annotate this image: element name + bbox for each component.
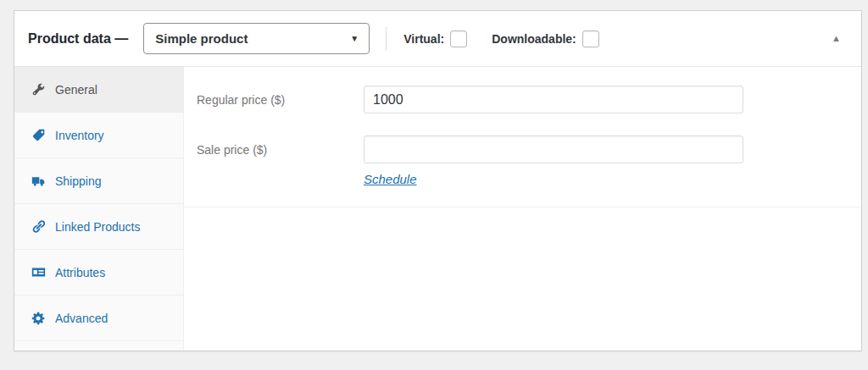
tab-attributes[interactable]: Attributes <box>14 250 183 295</box>
metabox-title: Product data — <box>28 31 128 47</box>
tab-linked-products[interactable]: Linked Products <box>14 204 183 250</box>
sale-price-input[interactable] <box>364 135 743 163</box>
header-divider <box>386 27 387 51</box>
downloadable-checkbox[interactable] <box>582 30 599 47</box>
product-data-metabox: Product data — Simple product ▼ Virtual:… <box>14 10 862 351</box>
tab-inventory-label: Inventory <box>55 129 104 142</box>
regular-price-input[interactable] <box>364 86 743 113</box>
metabox-header: Product data — Simple product ▼ Virtual:… <box>14 11 861 67</box>
list-card-icon <box>31 265 46 279</box>
tab-linked-products-label: Linked Products <box>55 220 140 234</box>
wrench-icon <box>31 82 46 97</box>
schedule-row: Schedule <box>364 172 861 187</box>
collapse-panel-button[interactable]: ▲ <box>823 30 849 47</box>
regular-price-row: Regular price ($) <box>184 86 861 113</box>
tab-advanced[interactable]: Advanced <box>14 295 183 341</box>
tab-shipping[interactable]: Shipping <box>14 158 183 204</box>
tab-advanced-label: Advanced <box>55 312 108 325</box>
schedule-link[interactable]: Schedule <box>364 172 417 186</box>
select-dropdown-arrow-icon: ▼ <box>350 34 359 43</box>
link-icon <box>31 219 46 234</box>
tab-inventory[interactable]: Inventory <box>14 113 183 158</box>
product-type-select[interactable]: Simple product ▼ <box>143 23 370 54</box>
virtual-option: Virtual: <box>403 30 467 47</box>
tab-general[interactable]: General <box>14 67 183 113</box>
general-panel: Regular price ($) Sale price ($) Schedul… <box>184 67 861 351</box>
metabox-body: General Inventory Shipping Linked Produc… <box>14 67 861 351</box>
sale-price-label: Sale price ($) <box>197 143 364 157</box>
pricing-options-group: Regular price ($) Sale price ($) Schedul… <box>184 67 861 207</box>
virtual-label: Virtual: <box>403 32 444 46</box>
gear-icon <box>31 311 46 325</box>
product-data-tabs: General Inventory Shipping Linked Produc… <box>14 67 184 351</box>
tab-attributes-label: Attributes <box>55 266 105 279</box>
downloadable-option: Downloadable: <box>492 30 599 47</box>
truck-icon <box>31 174 46 188</box>
tab-general-label: General <box>55 83 97 97</box>
tab-shipping-label: Shipping <box>55 174 102 188</box>
product-type-selected-value: Simple product <box>155 31 248 46</box>
tag-icon <box>31 128 46 142</box>
virtual-checkbox[interactable] <box>450 30 467 47</box>
downloadable-label: Downloadable: <box>492 32 576 46</box>
sale-price-row: Sale price ($) <box>184 135 861 163</box>
regular-price-label: Regular price ($) <box>197 93 364 107</box>
